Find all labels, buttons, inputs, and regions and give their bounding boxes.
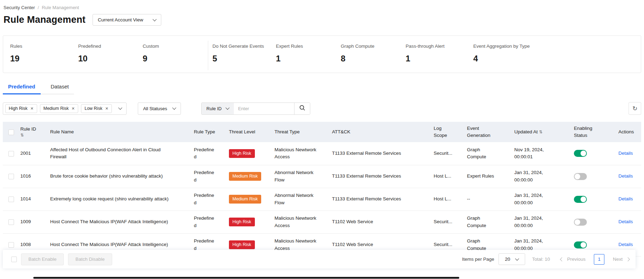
search-icon [299, 105, 305, 112]
rule-type-cell: Predefined [194, 146, 216, 161]
rule-row: 1016Brute force cookie behavior (shiro v… [3, 165, 641, 188]
column-enabling-status: Enabling Status [574, 125, 596, 139]
attck-cell: T1133 External Remote Services [323, 188, 425, 211]
stat-value: 9 [143, 54, 208, 64]
enabling-status-toggle[interactable] [574, 173, 587, 180]
close-icon[interactable]: ✕ [105, 107, 108, 111]
log-scope-cell: Securit... [425, 211, 457, 233]
log-scope-cell: Host L... [425, 165, 457, 188]
rule-id-cell: 1009 [18, 211, 47, 233]
tab-bar: Predefined Dataset [3, 84, 74, 94]
items-per-page-value: 20 [505, 257, 510, 262]
column-updated-at[interactable]: Updated At [514, 129, 538, 134]
rule-name-cell: Extremely long cookie request (shiro vul… [50, 195, 169, 202]
stat-label: Rules [10, 44, 78, 49]
event-generation-cell: Graph Compute [457, 142, 503, 165]
status-filter-select[interactable]: All Statuses [138, 102, 181, 115]
search-input[interactable] [234, 103, 294, 114]
column-threat-type: Threat Type [264, 122, 323, 142]
rule-id-cell: 2001 [18, 142, 47, 165]
toggle-knob [575, 219, 580, 225]
page-title: Rule Management [4, 14, 86, 25]
account-view-select[interactable]: Current Account View [93, 14, 161, 26]
toggle-knob [581, 242, 586, 248]
details-link[interactable]: Details [618, 219, 633, 224]
stat-label: Predefined [78, 44, 143, 49]
column-event-generation: Event Generation [467, 125, 493, 139]
attck-cell: T1102 Web Service [323, 211, 425, 233]
sort-icon[interactable]: ⇅ [20, 132, 45, 138]
log-scope-cell: Host L... [425, 188, 457, 211]
title-row: Rule Management Current Account View [4, 14, 644, 26]
details-link[interactable]: Details [618, 196, 633, 201]
next-page-button[interactable]: Next [613, 257, 629, 262]
enabling-status-toggle[interactable] [574, 219, 587, 226]
column-attck: ATT&CK [323, 122, 425, 142]
filter-chip-label: High Risk [9, 106, 28, 111]
status-filter-label: All Statuses [143, 106, 167, 111]
details-link[interactable]: Details [618, 151, 633, 156]
footer-select-all-checkbox[interactable] [11, 257, 17, 262]
search-group: Rule ID [201, 102, 310, 115]
filter-chip: Low Risk✕ [81, 104, 112, 113]
enabling-status-toggle[interactable] [574, 241, 587, 248]
rule-id-cell: 1016 [18, 165, 47, 188]
account-view-label: Current Account View [98, 17, 143, 22]
rule-name-cell: Host Connect The Malicious IP(WAF Attack… [50, 218, 168, 225]
event-generation-cell: Expert Rules [457, 165, 503, 188]
row-checkbox[interactable] [8, 242, 14, 248]
enabling-status-toggle[interactable] [574, 150, 587, 157]
column-rule-id[interactable]: Rule ID [20, 126, 45, 133]
threat-level-badge: Medium Risk [229, 172, 261, 181]
row-checkbox[interactable] [8, 151, 14, 157]
rules-table: Rule ID ⇅ Rule Name Rule Type Threat Lev… [3, 122, 641, 257]
rule-id-cell: 1014 [18, 188, 47, 211]
row-checkbox[interactable] [8, 197, 14, 202]
previous-page-button[interactable]: Previous [561, 257, 586, 262]
updated-at-cell: Nov 19, 2024, 00:00:01 [514, 146, 551, 161]
batch-enable-button[interactable]: Batch Enable [21, 253, 64, 265]
filter-chip-label: Low Risk [84, 106, 102, 111]
stats-list: Rules19Predefined10Custom9Do Not Generat… [10, 44, 641, 70]
enabling-status-toggle[interactable] [574, 196, 587, 203]
tab-dataset[interactable]: Dataset [46, 84, 74, 94]
threat-level-filter[interactable]: High Risk✕Medium Risk✕Low Risk✕ [3, 102, 127, 115]
previous-label: Previous [567, 257, 586, 262]
rule-type-cell: Predefined [194, 169, 216, 184]
search-field-select[interactable]: Rule ID [202, 103, 234, 114]
select-all-checkbox[interactable] [8, 129, 14, 135]
refresh-button[interactable]: ↻ [629, 102, 641, 115]
threat-level-badge: High Risk [229, 240, 255, 249]
row-checkbox[interactable] [8, 174, 14, 179]
stat-item: Custom9 [143, 44, 208, 70]
search-button[interactable] [294, 103, 310, 114]
chevron-down-icon[interactable] [118, 106, 122, 109]
next-label: Next [613, 257, 623, 262]
batch-disable-button[interactable]: Batch Disable [68, 253, 112, 265]
details-link[interactable]: Details [618, 242, 633, 247]
rules-table-header: Rule ID ⇅ Rule Name Rule Type Threat Lev… [3, 122, 641, 142]
stat-label: Event Aggregation by Type [473, 44, 641, 49]
stat-label: Expert Rules [276, 44, 341, 49]
breadcrumb: Security Center / Rule Management [0, 0, 644, 10]
column-rule-name: Rule Name [47, 122, 191, 142]
close-icon[interactable]: ✕ [30, 107, 34, 111]
stat-item: Rules19 [10, 44, 78, 70]
rule-row: 2001Affected Host of Outbound Connection… [3, 142, 641, 165]
stat-item: Do Not Generate Events5 [212, 44, 276, 70]
rule-row: 1009Host Connect The Malicious IP(WAF At… [3, 211, 641, 233]
updated-at-cell: Jan 31, 2024, 00:00:00 [514, 169, 551, 184]
items-per-page-select[interactable]: 20 [499, 253, 525, 265]
filter-chip: Medium Risk✕ [40, 104, 78, 113]
close-icon[interactable]: ✕ [72, 107, 75, 111]
page-number-1[interactable]: 1 [594, 254, 604, 265]
row-checkbox[interactable] [8, 219, 14, 225]
breadcrumb-security-center[interactable]: Security Center [4, 5, 35, 10]
log-scope-cell: Securit... [425, 142, 457, 165]
stat-item: Event Aggregation by Type4 [473, 44, 641, 70]
details-link[interactable]: Details [618, 173, 633, 179]
tab-predefined[interactable]: Predefined [3, 84, 41, 94]
horizontal-scrollbar-thumb[interactable] [33, 277, 459, 279]
sort-icon[interactable]: ⇅ [539, 129, 543, 134]
threat-type-cell: Abnormal Network Flow [274, 169, 320, 184]
